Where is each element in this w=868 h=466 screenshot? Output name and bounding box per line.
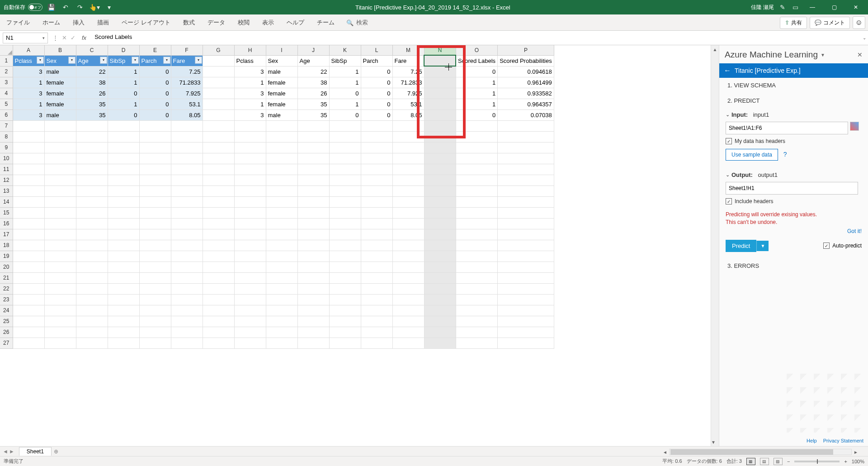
back-arrow-icon[interactable]: ← <box>724 67 731 75</box>
cell[interactable] <box>424 131 456 142</box>
cell[interactable] <box>13 338 44 348</box>
cell[interactable] <box>297 283 329 294</box>
cell[interactable] <box>456 142 498 153</box>
step-predict[interactable]: 2. PREDICT <box>719 93 868 109</box>
cell[interactable] <box>392 153 424 164</box>
row-header[interactable]: 6 <box>0 109 13 120</box>
cell[interactable] <box>498 207 554 218</box>
cell[interactable] <box>234 240 266 251</box>
cell[interactable] <box>203 120 234 131</box>
step-view-schema[interactable]: 1. VIEW SCHEMA <box>719 78 868 93</box>
cell[interactable] <box>392 327 424 338</box>
cell[interactable] <box>234 294 266 305</box>
qat-more-icon[interactable]: ▾ <box>103 1 115 13</box>
maximize-button[interactable]: ▢ <box>824 0 844 14</box>
cell[interactable] <box>203 153 234 164</box>
zoom-out-icon[interactable]: − <box>787 459 790 464</box>
cell[interactable] <box>266 262 297 272</box>
cell[interactable] <box>139 120 171 131</box>
cell[interactable] <box>392 338 424 348</box>
cell[interactable] <box>203 175 234 185</box>
row-header[interactable]: 27 <box>0 338 13 348</box>
cell[interactable]: 35 <box>76 109 108 120</box>
cell[interactable] <box>361 164 392 175</box>
cell[interactable] <box>456 120 498 131</box>
cell[interactable] <box>329 338 361 348</box>
tab-file[interactable]: ファイル <box>0 15 36 30</box>
cell[interactable]: 1 <box>456 99 498 109</box>
cell[interactable] <box>498 120 554 131</box>
zoom-level[interactable]: 100% <box>852 459 864 464</box>
cell[interactable] <box>139 153 171 164</box>
cell[interactable] <box>329 131 361 142</box>
cell[interactable] <box>456 229 498 240</box>
zoom-slider[interactable] <box>794 461 840 462</box>
row-header[interactable]: 2 <box>0 66 13 77</box>
cell[interactable] <box>266 338 297 348</box>
cell[interactable] <box>171 196 203 207</box>
filter-icon[interactable]: ▾ <box>163 57 170 64</box>
cell[interactable]: SibSp▾ <box>108 55 139 66</box>
cell[interactable] <box>266 131 297 142</box>
sheet-nav-next-icon[interactable]: ► <box>9 448 14 455</box>
row-header[interactable]: 1 <box>0 55 13 66</box>
cell[interactable] <box>329 294 361 305</box>
cell[interactable]: 0.07038 <box>498 109 554 120</box>
cell[interactable] <box>13 327 44 338</box>
cell[interactable] <box>297 229 329 240</box>
cell[interactable]: SibSp <box>329 55 361 66</box>
tab-data[interactable]: データ <box>201 15 231 30</box>
headers-checkbox[interactable]: ✓My data has headers <box>726 138 862 144</box>
cell[interactable] <box>361 131 392 142</box>
cell[interactable] <box>329 218 361 229</box>
cell[interactable] <box>171 327 203 338</box>
cell[interactable] <box>392 305 424 316</box>
cell[interactable] <box>76 229 108 240</box>
cell[interactable]: 53.1 <box>392 99 424 109</box>
cell[interactable]: 3 <box>13 88 44 99</box>
column-header[interactable]: F <box>171 45 203 55</box>
page-layout-view-icon[interactable]: ▤ <box>760 458 769 465</box>
cell[interactable] <box>44 131 76 142</box>
close-pane-icon[interactable]: ✕ <box>857 51 863 58</box>
cell[interactable] <box>456 218 498 229</box>
row-header[interactable]: 26 <box>0 327 13 338</box>
cell[interactable]: 38 <box>297 77 329 88</box>
cell[interactable] <box>424 77 456 88</box>
cell[interactable] <box>13 294 44 305</box>
cell[interactable] <box>424 316 456 327</box>
cell[interactable] <box>498 294 554 305</box>
cell[interactable] <box>361 305 392 316</box>
cell[interactable] <box>44 175 76 185</box>
cell[interactable]: 35 <box>297 99 329 109</box>
column-header[interactable]: I <box>266 45 297 55</box>
cell[interactable] <box>297 218 329 229</box>
cell[interactable] <box>266 327 297 338</box>
cell[interactable]: 22 <box>297 66 329 77</box>
cancel-icon[interactable]: ✕ <box>62 34 67 41</box>
tab-pagelayout[interactable]: ページ レイアウト <box>115 15 177 30</box>
cell[interactable] <box>44 316 76 327</box>
cell[interactable]: 1 <box>456 88 498 99</box>
cell[interactable] <box>108 185 139 196</box>
cell[interactable] <box>361 316 392 327</box>
cell[interactable] <box>266 283 297 294</box>
filter-icon[interactable]: ▾ <box>37 57 44 64</box>
cell[interactable] <box>329 316 361 327</box>
cell[interactable] <box>234 262 266 272</box>
row-header[interactable]: 16 <box>0 218 13 229</box>
cell[interactable] <box>44 283 76 294</box>
cell[interactable] <box>424 120 456 131</box>
privacy-link[interactable]: Privacy Statement <box>823 438 863 443</box>
cell[interactable] <box>76 316 108 327</box>
cell[interactable] <box>203 109 234 120</box>
cell[interactable]: Age▾ <box>76 55 108 66</box>
cell[interactable] <box>139 338 171 348</box>
cell[interactable] <box>108 251 139 262</box>
sheet-nav-prev-icon[interactable]: ◄ <box>3 448 8 455</box>
close-button[interactable]: ✕ <box>845 0 866 14</box>
cell[interactable] <box>234 305 266 316</box>
cell[interactable] <box>361 240 392 251</box>
cell[interactable] <box>456 164 498 175</box>
column-header[interactable]: E <box>139 45 171 55</box>
